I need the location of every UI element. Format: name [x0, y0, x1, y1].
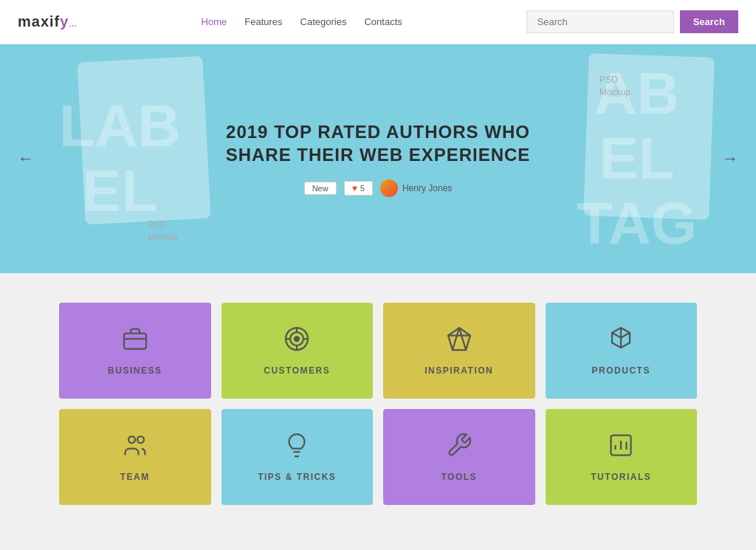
badge-new: New	[304, 182, 337, 195]
hero-title: 2019 TOP RATED AUTHORS WHOSHARE THEIR WE…	[226, 120, 531, 166]
diamond-icon	[446, 326, 472, 358]
categories-grid: BUSINESS CUSTOMERS INSPIRATION PRODUCTS	[59, 303, 697, 505]
psd-label-left: PSDMockup	[148, 219, 179, 244]
hero-bg-text-right: ABELTAG	[577, 61, 697, 256]
cube-icon	[608, 326, 634, 358]
category-tips[interactable]: TIPS & TRICKS	[221, 409, 374, 505]
category-business[interactable]: BUSINESS	[59, 303, 211, 399]
category-tools[interactable]: TOOLS	[383, 409, 535, 505]
category-inspiration[interactable]: INSPIRATION	[383, 303, 535, 399]
nav-categories[interactable]: Categories	[300, 16, 347, 27]
category-customers-label: CUSTOMERS	[264, 365, 330, 376]
categories-section: BUSINESS CUSTOMERS INSPIRATION PRODUCTS	[0, 273, 756, 542]
heart-icon: ♥	[352, 183, 357, 193]
hero-prev-button[interactable]: ←	[18, 149, 34, 168]
logo: maxify...	[18, 13, 78, 30]
lightbulb-icon	[284, 432, 310, 464]
category-tutorials-label: TUTORIALS	[591, 472, 651, 482]
category-products[interactable]: PRODUCTS	[546, 303, 698, 399]
category-team[interactable]: TEAM	[59, 409, 211, 505]
nav-contacts[interactable]: Contacts	[364, 16, 402, 27]
main-nav: Home Features Categories Contacts	[202, 16, 402, 27]
category-business-label: BUSINESS	[108, 365, 162, 376]
search-bar: Search	[526, 10, 738, 33]
search-button[interactable]: Search	[680, 10, 738, 33]
svg-rect-0	[124, 334, 146, 349]
tools-icon	[446, 432, 472, 464]
svg-point-11	[137, 436, 144, 443]
category-tutorials[interactable]: TUTORIALS	[546, 409, 698, 505]
category-tools-label: TOOLS	[441, 472, 477, 482]
nav-home[interactable]: Home	[202, 16, 227, 27]
avatar	[380, 179, 398, 197]
hero-section: LABEL ABELTAG PSDMockup PSDMockup ← → 20…	[0, 44, 756, 273]
team-icon	[122, 432, 148, 464]
author-info: Henry Jones	[380, 179, 452, 197]
svg-marker-5	[448, 328, 470, 350]
hero-content: 2019 TOP RATED AUTHORS WHOSHARE THEIR WE…	[226, 120, 531, 197]
category-customers[interactable]: CUSTOMERS	[221, 303, 374, 399]
psd-label-right: PSDMockup	[599, 74, 630, 99]
hero-meta: New ♥ 5 Henry Jones	[226, 179, 531, 197]
hero-bg-text-left: LABEL	[59, 94, 180, 224]
search-input[interactable]	[526, 10, 674, 33]
svg-point-4	[295, 337, 299, 341]
category-tips-label: TIPS & TRICKS	[258, 472, 336, 482]
category-inspiration-label: INSPIRATION	[425, 365, 493, 376]
briefcase-icon	[122, 326, 148, 358]
category-team-label: TEAM	[120, 472, 150, 482]
badge-likes: ♥ 5	[344, 181, 373, 196]
nav-features[interactable]: Features	[244, 16, 282, 27]
svg-point-10	[128, 436, 135, 443]
target-icon	[284, 326, 310, 358]
chart-icon	[608, 432, 634, 464]
hero-next-button[interactable]: →	[722, 149, 738, 168]
author-name: Henry Jones	[402, 183, 452, 193]
header: maxify... Home Features Categories Conta…	[0, 0, 756, 44]
category-products-label: PRODUCTS	[592, 365, 650, 376]
